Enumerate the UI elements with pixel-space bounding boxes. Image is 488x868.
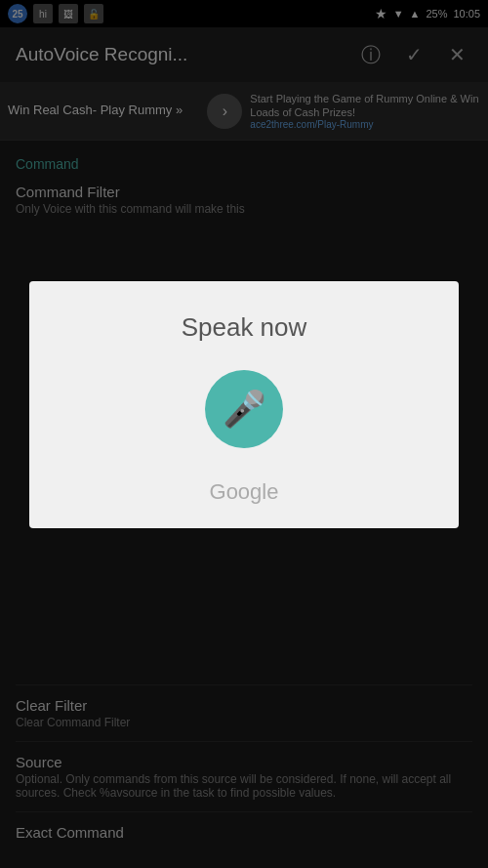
google-brand-label: Google (210, 479, 279, 505)
dialog-title: Speak now (182, 312, 307, 343)
dialog-overlay[interactable]: Speak now 🎤 Google (0, 0, 488, 868)
speak-now-dialog: Speak now 🎤 Google (29, 281, 459, 528)
microphone-button[interactable]: 🎤 (205, 370, 283, 448)
mic-icon: 🎤 (223, 389, 266, 430)
